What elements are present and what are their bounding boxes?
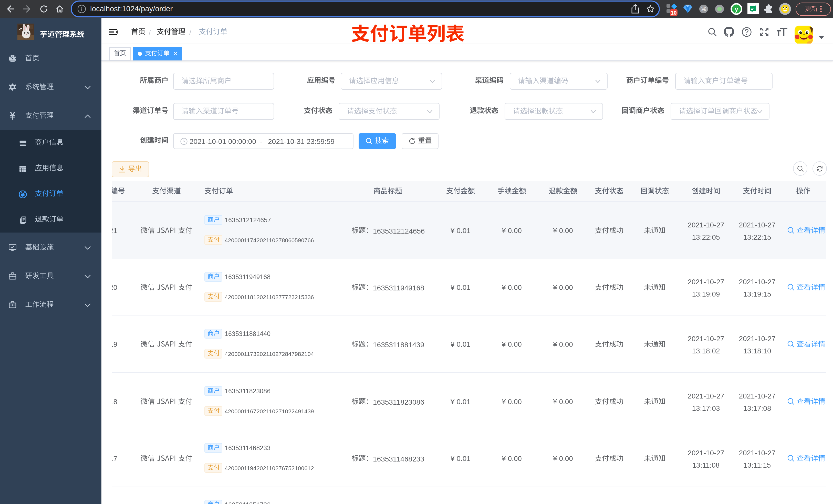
svg-text:y: y bbox=[735, 6, 738, 13]
svg-text:10: 10 bbox=[671, 10, 676, 16]
svg-text:⌘: ⌘ bbox=[701, 6, 707, 12]
